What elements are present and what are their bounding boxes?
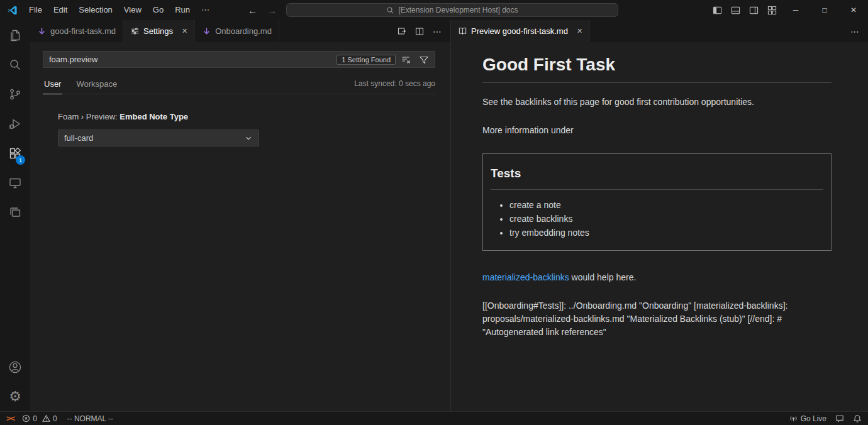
- list-item: create a note: [509, 200, 823, 210]
- customize-layout-icon[interactable]: [763, 0, 781, 20]
- settings-scope-tabs: User Workspace Last synced: 0 secs ago: [43, 77, 435, 94]
- tab-close-icon[interactable]: ✕: [577, 27, 582, 35]
- minimize-button[interactable]: ─: [781, 0, 810, 20]
- go-live-button[interactable]: Go Live: [789, 414, 826, 423]
- back-icon[interactable]: ←: [248, 5, 257, 16]
- scope-tab-workspace[interactable]: Workspace: [75, 77, 118, 94]
- right-editor-actions: ⋯: [848, 20, 868, 42]
- embed-note-type-select[interactable]: full-card: [58, 130, 259, 146]
- preview-paragraph: See the backlinks of this page for good …: [482, 96, 832, 109]
- tab-label: good-first-task.md: [50, 26, 116, 36]
- more-actions-icon[interactable]: ⋯: [848, 25, 862, 38]
- settings-found-badge: 1 Setting Found: [337, 55, 396, 65]
- explorer-icon[interactable]: [0, 20, 30, 50]
- status-bar: >< 0 0 -- NORMAL -- Go Live: [0, 411, 868, 425]
- scope-tab-user[interactable]: User: [43, 77, 62, 94]
- menu-go[interactable]: Go: [147, 0, 169, 20]
- error-icon: [22, 414, 30, 422]
- list-item: create backlinks: [509, 214, 823, 224]
- toggle-primary-sidebar-icon[interactable]: [708, 0, 726, 20]
- command-center-label: [Extension Development Host] docs: [398, 6, 518, 14]
- more-actions-icon[interactable]: ⋯: [430, 25, 444, 38]
- search-sidebar-icon[interactable]: [0, 50, 30, 79]
- editor-group-left: good-first-task.md Settings ✕ Onboarding…: [30, 20, 450, 411]
- command-center[interactable]: [Extension Development Host] docs: [286, 3, 618, 17]
- menu-more-icon[interactable]: ⋯: [196, 0, 215, 20]
- left-editor-actions: ⋯: [395, 20, 450, 42]
- link-tail-text: would help here.: [569, 272, 637, 282]
- tab-label: Preview good-first-task.md: [471, 26, 568, 36]
- feedback-icon[interactable]: [835, 414, 844, 423]
- materialized-backlinks-link[interactable]: materialized-backlinks: [482, 272, 569, 282]
- remote-indicator-icon[interactable]: ><: [6, 414, 14, 423]
- setting-category: Foam › Preview:: [58, 112, 120, 121]
- activity-bar: 1 ⚙: [0, 20, 30, 411]
- broadcast-icon: [789, 414, 798, 422]
- history-nav: ← →: [248, 0, 277, 20]
- search-icon: [386, 6, 394, 14]
- title-bar: File Edit Selection View Go Run ⋯ ← → [E…: [0, 0, 868, 20]
- problems-indicator[interactable]: 0 0: [22, 414, 59, 423]
- accounts-icon[interactable]: [0, 352, 30, 382]
- clear-search-filters-icon[interactable]: [399, 53, 413, 67]
- settings-search-input[interactable]: foam.preview 1 Setting Found: [43, 51, 435, 68]
- preview-icon: [458, 26, 467, 36]
- vim-mode-indicator: -- NORMAL --: [67, 414, 114, 423]
- preview-heading: Good First Task: [482, 55, 832, 83]
- markdown-icon: [37, 26, 47, 36]
- embedded-note-card: Tests create a note create backlinks try…: [482, 153, 832, 251]
- list-item: try embedding notes: [509, 228, 823, 238]
- tab-close-icon[interactable]: ✕: [182, 27, 187, 35]
- warning-count: 0: [53, 414, 57, 423]
- toggle-secondary-sidebar-icon[interactable]: [745, 0, 763, 20]
- tab-preview-good-first-task[interactable]: Preview good-first-task.md ✕: [451, 20, 590, 42]
- settings-search-row: foam.preview 1 Setting Found: [43, 51, 435, 68]
- menu-bar: File Edit Selection View Go Run ⋯: [23, 0, 215, 20]
- maximize-button[interactable]: □: [810, 0, 839, 20]
- panels-icon[interactable]: [0, 197, 30, 227]
- setting-title: Foam › Preview: Embed Note Type: [58, 112, 435, 121]
- markdown-icon: [202, 26, 211, 36]
- tab-good-first-task[interactable]: good-first-task.md: [30, 20, 123, 42]
- dropdown-value: full-card: [64, 133, 93, 143]
- vscode-logo-icon: [7, 4, 18, 16]
- forward-icon[interactable]: →: [267, 5, 277, 16]
- menu-view[interactable]: View: [118, 0, 147, 20]
- close-button[interactable]: ✕: [839, 0, 868, 20]
- link-references-paragraph: [[Onboarding#Tests]]: ../Onboarding.md "…: [482, 299, 832, 339]
- link-paragraph: materialized-backlinks would help here.: [482, 271, 832, 284]
- menu-selection[interactable]: Selection: [73, 0, 118, 20]
- split-editor-icon[interactable]: [413, 25, 426, 38]
- settings-gear-icon[interactable]: ⚙: [0, 382, 30, 411]
- setting-name: Embed Note Type: [120, 112, 188, 121]
- remote-explorer-icon[interactable]: [0, 168, 30, 197]
- menu-file[interactable]: File: [23, 0, 48, 20]
- tab-label: Settings: [143, 26, 173, 36]
- markdown-preview: Good First Task See the backlinks of thi…: [451, 42, 868, 411]
- titlebar-right: ─ □ ✕: [708, 0, 868, 20]
- run-debug-icon[interactable]: [0, 109, 30, 138]
- settings-search-value: foam.preview: [49, 55, 333, 64]
- extensions-badge: 1: [16, 155, 25, 165]
- status-bar-left: >< 0 0 -- NORMAL --: [6, 414, 113, 423]
- preview-paragraph: More information under: [482, 124, 832, 137]
- menu-edit[interactable]: Edit: [48, 0, 73, 20]
- notifications-bell-icon[interactable]: [853, 414, 862, 423]
- warning-icon: [42, 414, 50, 422]
- open-settings-json-icon[interactable]: [395, 25, 409, 38]
- vscode-window: File Edit Selection View Go Run ⋯ ← → [E…: [0, 0, 868, 425]
- embedded-note-heading: Tests: [491, 167, 823, 190]
- toggle-panel-icon[interactable]: [726, 0, 745, 20]
- right-tab-bar: Preview good-first-task.md ✕ ⋯: [451, 20, 868, 42]
- filter-funnel-icon[interactable]: [417, 53, 431, 67]
- tab-settings[interactable]: Settings ✕: [123, 20, 195, 42]
- extensions-icon[interactable]: 1: [0, 138, 30, 168]
- chevron-down-icon: [244, 134, 253, 143]
- source-control-icon[interactable]: [0, 79, 30, 109]
- workbench: 1 ⚙ good-first-tas: [0, 20, 868, 411]
- error-count: 0: [33, 414, 37, 423]
- go-live-label: Go Live: [801, 414, 826, 423]
- embedded-note-list: create a note create backlinks try embed…: [491, 200, 823, 238]
- menu-run[interactable]: Run: [169, 0, 196, 20]
- tab-onboarding[interactable]: Onboarding.md: [195, 20, 279, 42]
